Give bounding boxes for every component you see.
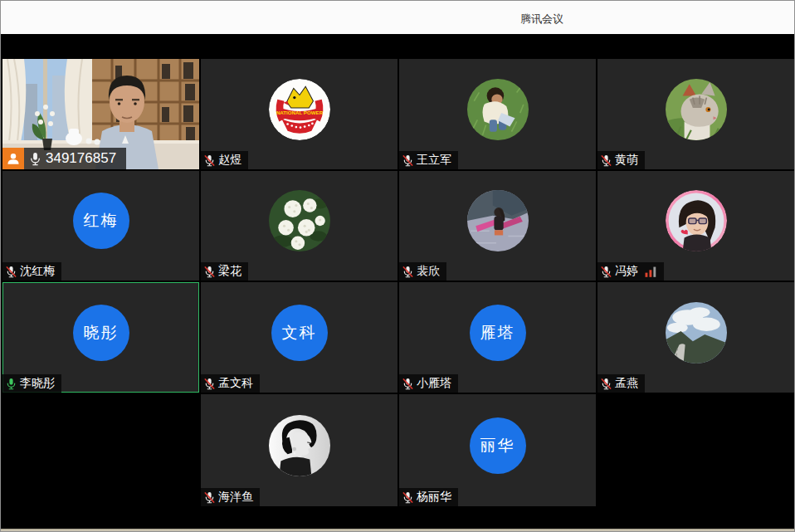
avatar-initials: 文科 [271, 305, 328, 361]
participant-tile[interactable]: 丽华 杨丽华 [399, 394, 596, 506]
participant-tile[interactable]: 王立军 [399, 59, 596, 169]
avatar-bw-portrait-photo [269, 415, 330, 476]
name-label: 沈红梅 [2, 262, 61, 281]
name-label: 杨丽华 [399, 488, 458, 506]
mic-muted-icon [203, 154, 216, 167]
badge-text: NATIONAL POWER [276, 110, 323, 115]
mic-muted-icon [203, 378, 216, 390]
participant-name: 沈红梅 [20, 264, 55, 279]
avatar-child-photo [467, 79, 529, 140]
mic-muted-icon [203, 491, 216, 504]
name-label: 裴欣 [399, 262, 446, 281]
name-label: 小雁塔 [399, 374, 458, 393]
mic-muted-icon [402, 378, 414, 390]
participant-tile[interactable]: 裴欣 [399, 171, 596, 281]
name-label: 王立军 [399, 151, 458, 169]
self-name-label: 349176857 [2, 148, 126, 169]
participant-name: 孟燕 [615, 376, 638, 391]
participant-grid: 349176857 NATIONAL POWER [2, 59, 794, 506]
avatar-selfie-photo [666, 190, 727, 251]
participant-name: 裴欣 [417, 264, 440, 279]
weak-network-icon [645, 266, 657, 277]
name-label: 冯婷 [597, 262, 664, 281]
participant-tile[interactable]: NATIONAL POWER 赵煜 [201, 59, 398, 169]
participant-name: 王立军 [417, 153, 451, 168]
mic-muted-icon [600, 266, 612, 278]
mic-on-icon [28, 152, 42, 166]
participant-name: 杨丽华 [417, 490, 451, 505]
mic-muted-icon [600, 378, 612, 390]
window-bottom-edge [1, 529, 794, 531]
participant-tile[interactable]: 孟燕 [597, 282, 794, 393]
participant-tile[interactable]: 黄萌 [597, 59, 794, 169]
participant-name: 孟文科 [218, 376, 253, 391]
participant-tile-active-speaker[interactable]: 晓彤 李晓彤 [2, 282, 199, 393]
participant-tile[interactable]: 红梅 沈红梅 [2, 171, 199, 281]
avatar-initials: 丽华 [470, 417, 526, 474]
participant-tile[interactable]: 冯婷 [597, 171, 794, 281]
meeting-window: 腾讯会议 [0, 0, 795, 532]
participant-tile[interactable]: 雁塔 小雁塔 [399, 282, 596, 393]
app-title: 腾讯会议 [520, 12, 563, 27]
participant-tile-self[interactable]: 349176857 [2, 59, 199, 169]
name-label: 黄萌 [597, 151, 645, 169]
avatar-initials: 红梅 [73, 193, 129, 249]
mic-muted-icon [203, 266, 216, 278]
participant-name: 赵煜 [218, 153, 241, 168]
avatar-initials: 雁塔 [470, 305, 526, 361]
name-label: 孟燕 [597, 374, 645, 393]
participant-tile[interactable]: 梁花 [201, 171, 398, 281]
participant-name: 小雁塔 [417, 376, 451, 391]
mic-muted-icon [5, 266, 17, 278]
name-label: 李晓彤 [2, 374, 61, 393]
avatar-mountain-photo [666, 302, 727, 364]
participant-tile[interactable]: 文科 孟文科 [201, 282, 398, 393]
avatar-cat-photo [666, 79, 727, 140]
participant-name: 李晓彤 [20, 376, 55, 391]
participant-name: 海洋鱼 [218, 490, 253, 505]
mic-muted-icon [402, 266, 414, 278]
window-titlebar: 腾讯会议 [1, 1, 794, 34]
name-label: 孟文科 [201, 374, 260, 393]
mic-speaking-icon [5, 378, 17, 390]
name-label: 海洋鱼 [201, 488, 260, 506]
participant-name: 梁花 [218, 264, 241, 279]
avatar-initials: 晓彤 [73, 305, 129, 361]
avatar-lake-photo [467, 190, 529, 251]
mic-muted-icon [402, 154, 414, 167]
name-label: 梁花 [201, 262, 248, 281]
avatar-flowers-photo [269, 190, 330, 251]
name-label: 赵煜 [201, 151, 248, 169]
person-icon [6, 151, 21, 166]
participant-name: 349176857 [46, 150, 116, 167]
participant-name: 冯婷 [615, 264, 638, 279]
avatar-badge-logo: NATIONAL POWER [269, 79, 330, 140]
participant-name: 黄萌 [615, 153, 638, 168]
mic-muted-icon [600, 154, 612, 167]
participant-tile[interactable]: 海洋鱼 [201, 394, 398, 506]
member-role-icon [2, 148, 24, 169]
mic-muted-icon [402, 491, 414, 504]
